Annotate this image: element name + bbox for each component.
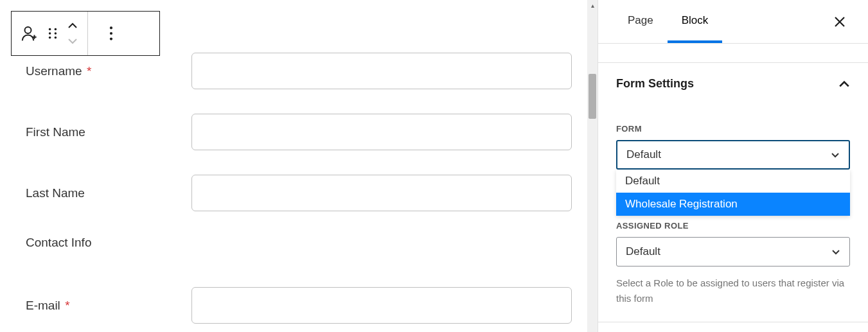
- username-input[interactable]: [191, 53, 572, 89]
- lastname-input[interactable]: [191, 175, 572, 211]
- close-sidebar-button[interactable]: [829, 12, 850, 32]
- form-row-lastname: Last Name: [26, 175, 572, 211]
- form-select[interactable]: Default: [616, 140, 850, 170]
- form-select-value: Default: [626, 148, 661, 161]
- more-vertical-icon: [109, 26, 113, 40]
- scrollbar-up-arrow[interactable]: ▴: [587, 0, 598, 10]
- svg-point-7: [110, 26, 112, 29]
- scrollbar-thumb[interactable]: [589, 74, 596, 119]
- more-options-button[interactable]: [92, 19, 130, 48]
- settings-sidebar: Page Block Form Settings FORM Default De…: [598, 0, 868, 332]
- drag-handle-button[interactable]: [44, 19, 62, 48]
- role-help-text: Select a Role to be assigned to users th…: [616, 275, 850, 306]
- svg-point-6: [55, 37, 57, 39]
- sidebar-tabs: Page Block: [598, 0, 868, 44]
- dropdown-option-default[interactable]: Default: [616, 170, 850, 193]
- email-input[interactable]: [191, 287, 572, 324]
- svg-point-0: [25, 27, 31, 33]
- block-toolbar: [11, 11, 160, 56]
- role-select[interactable]: Default: [616, 237, 850, 266]
- role-select-wrap: Default: [616, 237, 850, 266]
- svg-point-1: [49, 28, 51, 31]
- dropdown-option-wholesale[interactable]: Wholesale Registration: [616, 193, 850, 216]
- field-label: First Name: [26, 125, 191, 139]
- close-icon: [833, 15, 846, 28]
- svg-point-8: [110, 32, 112, 35]
- panel-body: FORM Default Default Wholesale Registrat…: [598, 124, 868, 322]
- drag-icon: [48, 26, 58, 40]
- move-up-button[interactable]: [62, 18, 84, 33]
- tab-block[interactable]: Block: [668, 0, 723, 43]
- form-select-wrap: Default Default Wholesale Registration: [616, 140, 850, 170]
- svg-point-4: [55, 32, 57, 35]
- required-asterisk: *: [65, 299, 69, 312]
- chevron-down-icon: [67, 38, 78, 44]
- form-row-firstname: First Name: [26, 114, 572, 150]
- form-row-email: E-mail *: [26, 287, 572, 324]
- required-asterisk: *: [87, 64, 91, 78]
- role-select-label: ASSIGNED ROLE: [616, 221, 850, 231]
- form-settings-panel: Form Settings FORM Default Default Whole…: [598, 63, 868, 322]
- scrollbar[interactable]: ▴: [587, 0, 598, 332]
- block-type-button[interactable]: [15, 19, 44, 48]
- svg-point-2: [55, 28, 57, 31]
- chevron-up-icon: [67, 22, 78, 29]
- role-select-value: Default: [626, 245, 660, 258]
- tab-page[interactable]: Page: [614, 0, 668, 43]
- svg-point-5: [49, 37, 51, 39]
- field-label: E-mail *: [26, 299, 191, 313]
- section-heading: Contact Info: [26, 236, 191, 250]
- chevron-down-icon: [831, 152, 840, 158]
- user-add-icon: [20, 24, 39, 43]
- panel-spacer: [598, 44, 868, 63]
- chevron-up-icon: [838, 80, 850, 88]
- panel-title: Form Settings: [616, 77, 694, 91]
- field-label: Last Name: [26, 186, 191, 200]
- chevron-down-icon: [831, 249, 840, 255]
- form-row-username: Username *: [26, 53, 572, 89]
- svg-point-3: [49, 32, 51, 35]
- form-select-label: FORM: [616, 124, 850, 134]
- firstname-input[interactable]: [191, 114, 572, 150]
- panel-toggle[interactable]: Form Settings: [598, 63, 868, 105]
- form-select-dropdown: Default Wholesale Registration: [616, 170, 850, 216]
- move-down-button[interactable]: [62, 33, 84, 49]
- svg-point-9: [110, 37, 112, 40]
- field-label: Username *: [26, 64, 191, 78]
- editor-pane: Username * First Name Last Name Contact …: [0, 0, 598, 332]
